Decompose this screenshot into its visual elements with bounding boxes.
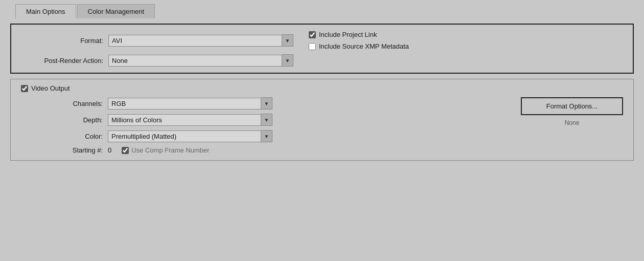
- include-source-xmp-label: Include Source XMP Metadata: [319, 42, 409, 50]
- video-section-title: Video Output: [21, 84, 623, 92]
- channels-dropdown-arrow-icon[interactable]: ▼: [261, 97, 272, 110]
- depth-dropdown-arrow-icon[interactable]: ▼: [261, 114, 272, 126]
- color-label: Color:: [21, 133, 103, 140]
- tabs-bar: Main Options Color Management: [0, 0, 644, 18]
- video-output-title-label: Video Output: [31, 84, 70, 92]
- video-content: Channels: RGB ▼ Depth: M: [21, 97, 623, 154]
- post-render-row: Post-Render Action: None ▼: [21, 54, 623, 67]
- include-project-link-checkbox[interactable]: [309, 31, 316, 38]
- post-render-select[interactable]: None: [108, 55, 282, 67]
- starting-row: Starting #: 0 Use Comp Frame Number: [21, 146, 500, 154]
- main-container: Main Options Color Management Format: AV…: [0, 0, 644, 261]
- post-render-label: Post-Render Action:: [21, 57, 103, 64]
- video-output-section: Video Output Channels: RGB ▼: [10, 79, 634, 161]
- format-select[interactable]: AVI: [108, 35, 282, 47]
- color-select-wrapper: Premultiplied (Matted) ▼: [108, 130, 272, 142]
- channels-select-wrapper: RGB ▼: [108, 97, 272, 110]
- content-area: Format: AVI ▼ Include Project Link Inclu…: [0, 18, 644, 171]
- format-section: Format: AVI ▼ Include Project Link Inclu…: [10, 24, 634, 74]
- tab-color-management-label: Color Management: [88, 8, 145, 15]
- video-output-checkbox[interactable]: [21, 85, 28, 92]
- format-select-wrapper: AVI ▼: [108, 34, 293, 47]
- format-options-button[interactable]: Format Options...: [521, 97, 623, 115]
- color-select[interactable]: Premultiplied (Matted): [108, 130, 261, 142]
- format-label: Format:: [21, 37, 103, 45]
- use-comp-label: Use Comp Frame Number: [131, 146, 209, 154]
- use-comp-frame-checkbox[interactable]: [122, 147, 129, 154]
- use-comp-checkbox-row: Use Comp Frame Number: [122, 146, 209, 154]
- include-project-link-label: Include Project Link: [319, 31, 377, 38]
- post-render-dropdown-arrow-icon[interactable]: ▼: [282, 54, 293, 67]
- starting-label: Starting #:: [21, 146, 103, 154]
- include-source-xmp-checkbox[interactable]: [309, 43, 316, 50]
- depth-label: Depth:: [21, 116, 103, 124]
- right-options: Include Project Link Include Source XMP …: [309, 31, 409, 50]
- channels-row: Channels: RGB ▼: [21, 97, 500, 110]
- channels-label: Channels:: [21, 100, 103, 107]
- starting-value: 0: [108, 146, 111, 154]
- format-dropdown-arrow-icon[interactable]: ▼: [282, 34, 293, 47]
- tab-color-management[interactable]: Color Management: [77, 4, 155, 18]
- depth-select[interactable]: Millions of Colors: [108, 114, 261, 126]
- depth-select-wrapper: Millions of Colors ▼: [108, 114, 272, 126]
- none-label: None: [565, 119, 580, 126]
- depth-row: Depth: Millions of Colors ▼: [21, 114, 500, 126]
- channels-select[interactable]: RGB: [108, 98, 261, 110]
- format-row: Format: AVI ▼ Include Project Link Inclu…: [21, 31, 623, 50]
- tab-main-options[interactable]: Main Options: [15, 4, 76, 18]
- include-project-link-row: Include Project Link: [309, 31, 409, 38]
- include-source-xmp-row: Include Source XMP Metadata: [309, 42, 409, 50]
- video-left: Channels: RGB ▼ Depth: M: [21, 97, 500, 154]
- video-right: Format Options... None: [521, 97, 623, 126]
- color-row: Color: Premultiplied (Matted) ▼: [21, 130, 500, 142]
- color-dropdown-arrow-icon[interactable]: ▼: [261, 130, 272, 142]
- tab-main-options-label: Main Options: [26, 8, 65, 15]
- post-render-select-wrapper: None ▼: [108, 54, 293, 67]
